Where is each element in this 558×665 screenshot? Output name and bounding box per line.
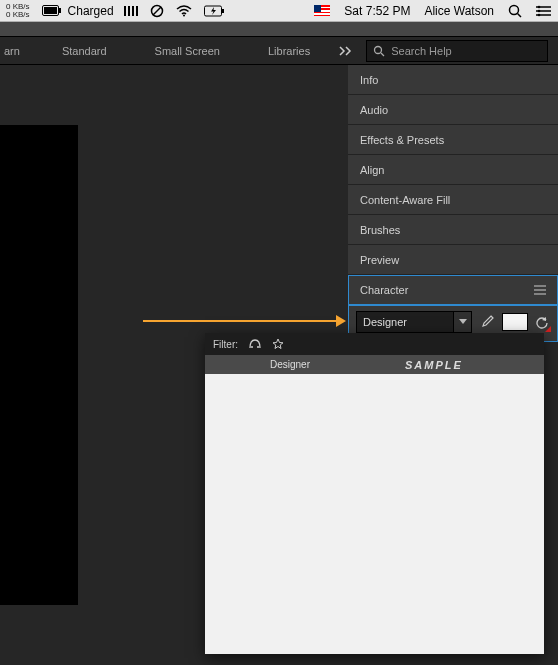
- panel-content-aware-fill[interactable]: Content-Aware Fill: [348, 185, 558, 215]
- do-not-disturb-icon[interactable]: [144, 4, 170, 18]
- wifi-icon[interactable]: [170, 5, 198, 17]
- audio-eq-icon[interactable]: [114, 5, 144, 17]
- panel-menu-icon[interactable]: [534, 285, 546, 295]
- panel-effects-presets[interactable]: Effects & Presets: [348, 125, 558, 155]
- svg-rect-1: [44, 7, 57, 14]
- font-filter-typekit-icon[interactable]: [248, 338, 262, 350]
- svg-point-19: [538, 13, 541, 16]
- composition-viewer[interactable]: [0, 125, 78, 605]
- svg-line-13: [518, 13, 522, 17]
- eyedropper-icon[interactable]: [478, 313, 496, 331]
- macos-menubar: 0 KB/s 0 KB/s Charged Sat 7:52 PM Alice …: [0, 0, 558, 22]
- spotlight-icon[interactable]: [501, 4, 529, 18]
- chevron-down-icon[interactable]: [453, 312, 471, 332]
- search-placeholder: Search Help: [391, 45, 452, 57]
- notification-center-icon[interactable]: [529, 5, 558, 17]
- font-filter-bar: Filter:: [205, 333, 544, 355]
- svg-point-26: [257, 346, 259, 348]
- right-panel-dock: Info Audio Effects & Presets Align Conte…: [348, 65, 558, 342]
- panel-preview[interactable]: Preview: [348, 245, 558, 275]
- netspeed-indicator: 0 KB/s 0 KB/s: [0, 3, 36, 19]
- reset-character-icon[interactable]: [534, 313, 550, 331]
- menubar-datetime[interactable]: Sat 7:52 PM: [337, 4, 417, 18]
- tab-libraries[interactable]: Libraries: [244, 37, 334, 64]
- battery-icon[interactable]: [36, 5, 68, 16]
- app-titlebar-strip: [0, 22, 558, 37]
- panel-brushes[interactable]: Brushes: [348, 215, 558, 245]
- workspace-overflow-button[interactable]: [334, 37, 358, 64]
- font-picker-list[interactable]: [205, 374, 544, 654]
- font-header-name: Designer: [205, 359, 375, 370]
- svg-rect-2: [59, 8, 61, 13]
- workspace-tabbar: arn Standard Small Screen Libraries Sear…: [0, 37, 558, 65]
- panel-character-header[interactable]: Character: [348, 275, 558, 305]
- font-family-value: Designer: [357, 316, 453, 328]
- svg-rect-11: [222, 9, 224, 13]
- svg-rect-4: [128, 6, 130, 16]
- tab-learn[interactable]: arn: [0, 37, 38, 64]
- panel-info[interactable]: Info: [348, 65, 558, 95]
- svg-point-25: [251, 346, 253, 348]
- panel-audio[interactable]: Audio: [348, 95, 558, 125]
- annotation-arrow-head: [336, 315, 346, 327]
- fill-color-swatch[interactable]: [502, 313, 528, 331]
- tab-standard[interactable]: Standard: [38, 37, 131, 64]
- svg-point-12: [510, 5, 519, 14]
- font-filter-label: Filter:: [213, 339, 238, 350]
- font-family-dropdown[interactable]: Designer: [356, 311, 472, 333]
- battery-status-text: Charged: [68, 4, 114, 18]
- svg-point-20: [375, 46, 382, 53]
- svg-rect-5: [132, 6, 134, 16]
- menubar-username[interactable]: Alice Watson: [417, 4, 501, 18]
- font-picker-popup: Filter: Designer SAMPLE: [205, 333, 544, 654]
- panel-character-title: Character: [360, 284, 408, 296]
- font-filter-favorites-icon[interactable]: [272, 338, 284, 350]
- search-icon: [373, 45, 385, 57]
- annotation-arrow: [143, 320, 338, 322]
- tab-small-screen[interactable]: Small Screen: [131, 37, 244, 64]
- font-picker-header: Designer SAMPLE: [205, 355, 544, 374]
- svg-point-9: [183, 14, 185, 16]
- svg-line-21: [381, 53, 384, 56]
- svg-line-8: [153, 7, 161, 15]
- search-help-input[interactable]: Search Help: [366, 40, 548, 62]
- input-source-flag[interactable]: [307, 5, 337, 16]
- svg-point-18: [538, 9, 541, 12]
- svg-point-17: [538, 5, 541, 8]
- svg-rect-6: [136, 6, 138, 16]
- font-header-sample: SAMPLE: [375, 359, 544, 371]
- panel-align[interactable]: Align: [348, 155, 558, 185]
- charging-battery-icon[interactable]: [198, 5, 232, 17]
- svg-rect-3: [124, 6, 126, 16]
